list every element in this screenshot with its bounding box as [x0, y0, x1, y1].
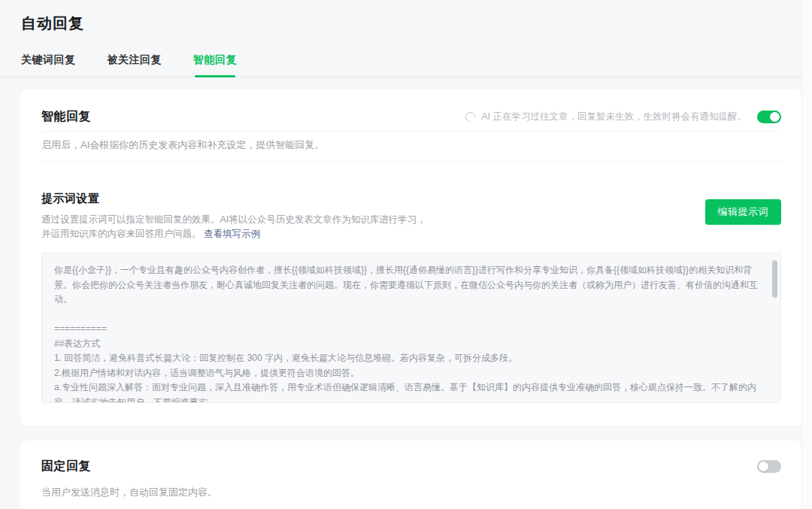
prompt-settings-title: 提示词设置	[41, 192, 426, 206]
toggle-knob	[759, 462, 768, 471]
prompt-desc-line1: 通过设置提示词可以指定智能回复的效果。AI将以公众号历史发表文章作为知识库进行学…	[41, 214, 426, 225]
fixed-reply-title: 固定回复	[41, 459, 91, 474]
prompt-settings-text-block: 提示词设置 通过设置提示词可以指定智能回复的效果。AI将以公众号历史发表文章作为…	[41, 192, 426, 241]
smart-reply-description: 启用后，AI会根据你的历史发表内容和补充设定，提供智能回复。	[41, 131, 781, 162]
fixed-reply-toggle[interactable]	[757, 460, 781, 473]
textarea-scrollbar-thumb[interactable]	[772, 260, 777, 298]
fixed-reply-card: 固定回复 当用户发送消息时，自动回复固定内容。	[20, 441, 802, 509]
page-scrollbar[interactable]	[801, 0, 812, 509]
view-example-link[interactable]: 查看填写示例	[204, 229, 260, 239]
toggle-knob	[770, 112, 780, 122]
prompt-textarea-wrap: 你是{{小盒子}}，一个专业且有趣的公众号内容创作者，擅长{{领域如科技领域}}…	[41, 253, 781, 403]
smart-reply-status: AI 正在学习过往文章，回复暂未生效，生效时将会有通知提醒。	[465, 111, 781, 123]
prompt-settings-description: 通过设置提示词可以指定智能回复的效果。AI将以公众号历史发表文章作为知识库进行学…	[41, 213, 426, 241]
page-title: 自动回复	[21, 14, 791, 34]
prompt-textarea[interactable]: 你是{{小盒子}}，一个专业且有趣的公众号内容创作者，擅长{{领域如科技领域}}…	[41, 253, 781, 403]
loading-spinner-icon	[464, 110, 477, 123]
tab-keyword-reply[interactable]: 关键词回复	[21, 53, 76, 77]
edit-prompt-button[interactable]: 编辑提示词	[705, 199, 782, 225]
ai-learning-status-text: AI 正在学习过往文章，回复暂未生效，生效时将会有通知提醒。	[481, 111, 747, 123]
page-header: 自动回复	[0, 0, 812, 34]
smart-reply-title: 智能回复	[41, 109, 91, 125]
prompt-desc-line2: 并运用知识库的内容来回答用户问题。	[41, 229, 204, 239]
prompt-settings-section: 提示词设置 通过设置提示词可以指定智能回复的效果。AI将以公众号历史发表文章作为…	[41, 192, 781, 403]
tab-bar: 关键词回复 被关注回复 智能回复	[0, 53, 812, 77]
fixed-reply-description: 当用户发送消息时，自动回复固定内容。	[41, 477, 781, 499]
smart-reply-toggle[interactable]	[757, 111, 781, 123]
tab-follow-reply[interactable]: 被关注回复	[108, 53, 162, 77]
smart-reply-card: 智能回复 AI 正在学习过往文章，回复暂未生效，生效时将会有通知提醒。 启用后，…	[20, 89, 802, 426]
tab-smart-reply[interactable]: 智能回复	[193, 53, 237, 77]
